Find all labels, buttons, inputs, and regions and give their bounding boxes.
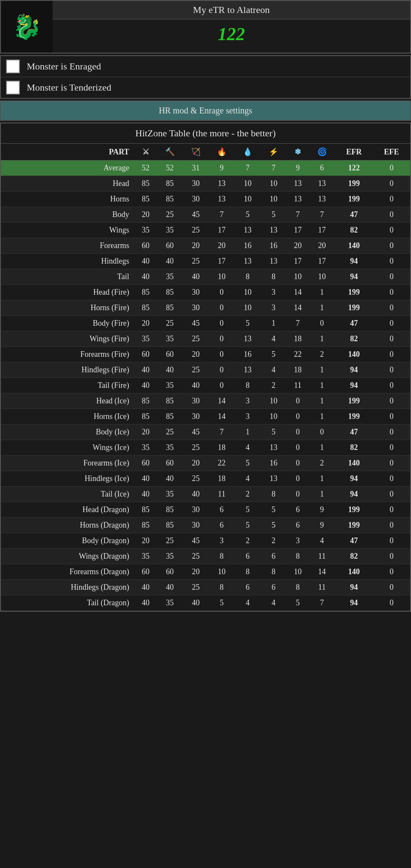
stat-value: 0 bbox=[373, 254, 410, 269]
stat-value: 20 bbox=[183, 347, 209, 362]
stat-value: 20 bbox=[183, 564, 209, 580]
stat-value: 6 bbox=[260, 549, 286, 564]
stat-value: 0 bbox=[373, 409, 410, 425]
efr-value: 199 bbox=[335, 502, 373, 518]
stat-value: 0 bbox=[209, 285, 235, 300]
stat-value: 60 bbox=[135, 347, 157, 362]
stat-value: 0 bbox=[209, 316, 235, 331]
table-row: Average525231977961220 bbox=[1, 160, 410, 176]
stat-value: 1 bbox=[309, 440, 335, 456]
stat-value: 40 bbox=[183, 378, 209, 393]
stat-value: 5 bbox=[260, 347, 286, 362]
stat-value: 3 bbox=[235, 409, 260, 425]
part-name: Wings (Fire) bbox=[1, 331, 135, 347]
efr-value: 199 bbox=[335, 518, 373, 533]
title-efr-block: My eTR to Alatreon 122 bbox=[53, 1, 410, 53]
stat-value: 85 bbox=[157, 285, 183, 300]
stat-value: 16 bbox=[235, 238, 260, 254]
stat-value: 17 bbox=[286, 254, 309, 269]
part-name: Head (Dragon) bbox=[1, 502, 135, 518]
stat-value: 1 bbox=[260, 316, 286, 331]
stat-value: 0 bbox=[373, 580, 410, 595]
stat-value: 13 bbox=[286, 192, 309, 207]
efr-value: 94 bbox=[335, 471, 373, 487]
stat-value: 4 bbox=[235, 440, 260, 456]
stat-value: 5 bbox=[260, 207, 286, 223]
stat-value: 10 bbox=[260, 393, 286, 409]
stat-value: 0 bbox=[373, 238, 410, 254]
stat-value: 13 bbox=[235, 362, 260, 378]
stat-value: 0 bbox=[286, 487, 309, 502]
stat-value: 0 bbox=[373, 362, 410, 378]
stat-value: 60 bbox=[135, 238, 157, 254]
stat-value: 9 bbox=[209, 160, 235, 176]
stat-value: 60 bbox=[157, 456, 183, 471]
efr-value: 94 bbox=[335, 254, 373, 269]
tenderized-checkbox[interactable] bbox=[6, 81, 20, 94]
stat-value: 17 bbox=[209, 254, 235, 269]
stat-value: 85 bbox=[157, 502, 183, 518]
enraged-row: Monster is Enraged bbox=[1, 56, 410, 77]
part-name: Forearms (Fire) bbox=[1, 347, 135, 362]
table-row: Body (Ice)20254571500470 bbox=[1, 425, 410, 440]
stat-value: 13 bbox=[235, 331, 260, 347]
stat-value: 8 bbox=[235, 269, 260, 285]
stat-value: 8 bbox=[209, 549, 235, 564]
part-name: Forearms (Dragon) bbox=[1, 564, 135, 580]
stat-value: 4 bbox=[235, 471, 260, 487]
stat-value: 18 bbox=[286, 331, 309, 347]
table-row: Tail (Fire)403540082111940 bbox=[1, 378, 410, 393]
stat-value: 11 bbox=[286, 378, 309, 393]
dragon-icon: 🌀 bbox=[317, 148, 327, 156]
table-row: Wings3535251713131717820 bbox=[1, 223, 410, 238]
stat-value: 40 bbox=[135, 254, 157, 269]
tenderized-label: Monster is Tenderized bbox=[27, 82, 111, 93]
enraged-checkbox[interactable] bbox=[6, 60, 20, 73]
stat-value: 85 bbox=[157, 518, 183, 533]
stat-value: 8 bbox=[286, 580, 309, 595]
hr-mod-button[interactable]: HR mod & Enrage settings bbox=[0, 101, 411, 121]
stat-value: 0 bbox=[373, 347, 410, 362]
stat-value: 1 bbox=[309, 409, 335, 425]
table-row: Forearms60602020161620201400 bbox=[1, 238, 410, 254]
hitzone-table-section: HitZone Table (the more - the better) PA… bbox=[0, 123, 411, 612]
stat-value: 1 bbox=[309, 300, 335, 316]
stat-value: 35 bbox=[157, 331, 183, 347]
stat-value: 9 bbox=[309, 502, 335, 518]
stat-value: 35 bbox=[135, 223, 157, 238]
stat-value: 13 bbox=[209, 192, 235, 207]
part-name: Hindlegs (Ice) bbox=[1, 471, 135, 487]
app-container: 🐉 My eTR to Alatreon 122 Monster is Enra… bbox=[0, 0, 411, 612]
table-row: Horns (Dragon)858530655691990 bbox=[1, 518, 410, 533]
stat-value: 30 bbox=[183, 192, 209, 207]
stat-value: 85 bbox=[157, 176, 183, 192]
table-row: Forearms (Fire)60602001652221400 bbox=[1, 347, 410, 362]
table-row: Horns85853013101013131990 bbox=[1, 192, 410, 207]
stat-value: 13 bbox=[235, 223, 260, 238]
stat-value: 0 bbox=[286, 409, 309, 425]
stat-value: 17 bbox=[209, 223, 235, 238]
col-fire: 🔥 bbox=[209, 144, 235, 160]
stat-value: 3 bbox=[260, 300, 286, 316]
table-title: HitZone Table (the more - the better) bbox=[1, 123, 410, 144]
table-row: Head (Fire)85853001031411990 bbox=[1, 285, 410, 300]
part-name: Forearms (Ice) bbox=[1, 456, 135, 471]
efr-value: 47 bbox=[335, 207, 373, 223]
page-title: My eTR to Alatreon bbox=[53, 1, 410, 19]
stat-value: 20 bbox=[183, 456, 209, 471]
stat-value: 1 bbox=[309, 285, 335, 300]
stat-value: 25 bbox=[183, 331, 209, 347]
efr-value: 82 bbox=[335, 331, 373, 347]
stat-value: 10 bbox=[235, 285, 260, 300]
enraged-label: Monster is Enraged bbox=[27, 61, 101, 72]
efr-value: 199 bbox=[335, 300, 373, 316]
stat-value: 16 bbox=[260, 238, 286, 254]
stat-value: 40 bbox=[183, 269, 209, 285]
stat-value: 85 bbox=[135, 409, 157, 425]
col-dragon: 🌀 bbox=[309, 144, 335, 160]
stat-value: 11 bbox=[309, 580, 335, 595]
stat-value: 5 bbox=[260, 502, 286, 518]
stat-value: 5 bbox=[235, 518, 260, 533]
tenderized-row: Monster is Tenderized bbox=[1, 77, 410, 98]
stat-value: 2 bbox=[260, 378, 286, 393]
